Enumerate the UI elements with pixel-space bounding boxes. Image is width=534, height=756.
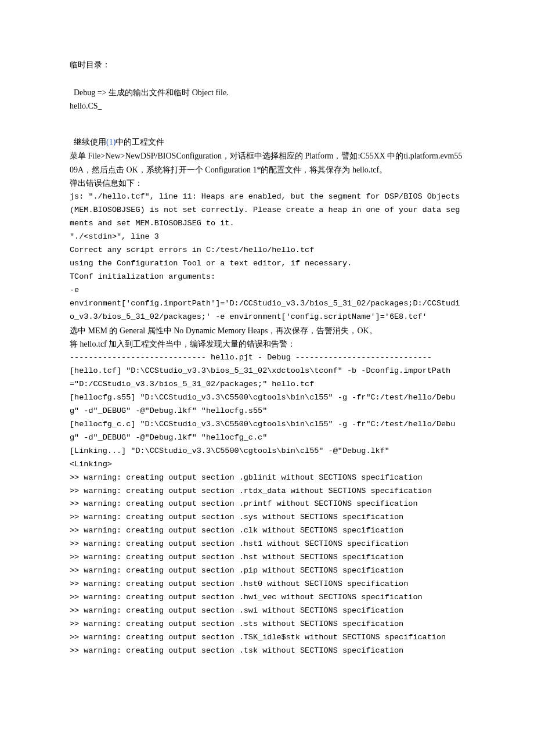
setup-link[interactable]: (1) [106, 138, 116, 146]
setup-post: 中的工程文件 [116, 138, 164, 146]
warning-line: >> warning: creating output section .pip… [70, 564, 464, 578]
warning-line: >> warning: creating output section .sts… [70, 618, 464, 631]
warning-line: >> warning: creating output section .hst… [70, 538, 464, 551]
debug-desc: 生成的输出文件和临时 Object file. [109, 88, 228, 97]
intro-line-3: hello.CS_ [70, 99, 464, 113]
warning-line: >> warning: creating output section .hst… [70, 578, 464, 591]
intro-line-2: Debug => 生成的输出文件和临时 Object file. [70, 72, 464, 100]
warning-line: >> warning: creating output section .hwi… [70, 591, 464, 604]
build-line-2: [hellocfg.s55] "D:\CCStudio_v3.3\C5500\c… [70, 391, 464, 418]
note-line-2: 将 hello.tcf 加入到工程文件当中，编译发现大量的错误和告警： [70, 337, 464, 351]
setup-pre: 继续使用 [74, 138, 106, 146]
warning-line: >> warning: creating output section .swi… [70, 604, 464, 618]
warning-line: >> warning: creating output section .rtd… [70, 485, 464, 498]
error-line-2: "./<stdin>", line 3 [70, 231, 464, 244]
warning-line: >> warning: creating output section .gbl… [70, 471, 464, 485]
intro-line-1: 临时目录： [70, 58, 464, 72]
warning-line: >> warning: creating output section .TSK… [70, 631, 464, 645]
build-line-5: <Linking> [70, 458, 464, 471]
warning-line: >> warning: creating output section .hst… [70, 551, 464, 564]
debug-prefix: Debug => [74, 88, 109, 97]
error-line-7: environment['config.importPath']='D:/CCS… [70, 297, 464, 324]
build-line-1: [hello.tcf] "D:\CCStudio_v3.3\bios_5_31_… [70, 365, 464, 391]
build-header: ----------------------------- hello.pjt … [70, 351, 464, 365]
warning-line: >> warning: creating output section .tsk… [70, 645, 464, 658]
error-line-5: TConf initialization arguments: [70, 271, 464, 284]
note-line-1: 选中 MEM 的 General 属性中 No Dynamic Memory H… [70, 324, 464, 338]
warning-line: >> warning: creating output section .pri… [70, 498, 464, 511]
setup-line-1: 继续使用(1)中的工程文件 [70, 121, 464, 149]
setup-line-2: 菜单 File>New>NewDSP/BIOSConfiguration，对话框… [70, 149, 464, 177]
error-line-1: js: "./hello.tcf", line 11: Heaps are en… [70, 190, 464, 231]
warning-line: >> warning: creating output section .clk… [70, 524, 464, 538]
build-line-3: [hellocfg_c.c] "D:\CCStudio_v3.3\C5500\c… [70, 418, 464, 445]
warning-line: >> warning: creating output section .sys… [70, 511, 464, 524]
error-line-4: using the Configuration Tool or a text e… [70, 257, 464, 271]
error-line-6: -e [70, 284, 464, 297]
setup-line-3: 弹出错误信息如下： [70, 177, 464, 190]
build-line-4: [Linking...] "D:\CCStudio_v3.3\C5500\cgt… [70, 445, 464, 458]
error-line-3: Correct any script errors in C:/test/hel… [70, 244, 464, 257]
